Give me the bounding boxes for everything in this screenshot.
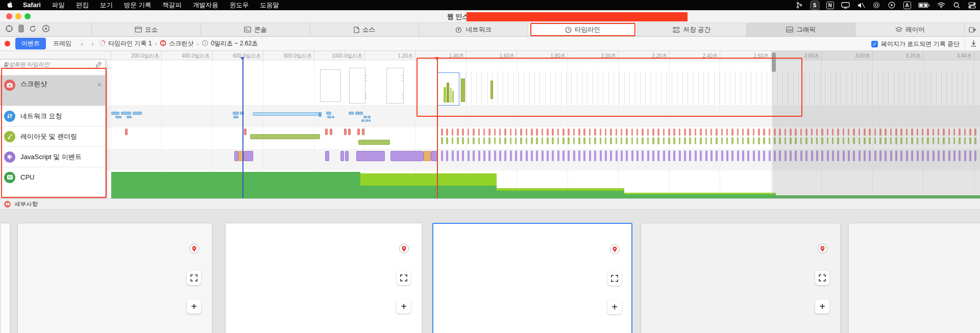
pin-icon[interactable] [399, 244, 409, 253]
wifi-icon[interactable] [937, 1, 945, 9]
script-event-bar[interactable] [390, 151, 424, 161]
record-button[interactable] [5, 41, 10, 46]
inspect-element-icon[interactable] [5, 24, 13, 35]
menu-item-1[interactable]: 파일 [52, 1, 65, 10]
menu-item-4[interactable]: 방문 기록 [124, 1, 151, 10]
tab-network[interactable]: 네트워크 [419, 23, 528, 36]
network-request-bar[interactable] [240, 112, 244, 115]
expand-icon[interactable] [607, 271, 622, 286]
network-request-bar[interactable] [233, 112, 239, 115]
menu-item-3[interactable]: 보기 [100, 1, 113, 10]
network-request-bar[interactable] [233, 116, 238, 118]
network-request-bar[interactable] [365, 119, 368, 122]
network-request-bar[interactable] [111, 112, 119, 115]
layout-event-pill[interactable] [348, 129, 351, 135]
breadcrumb-item-2[interactable]: 0밀리초 ~ 2.62초 [202, 39, 258, 48]
tab-console[interactable]: 콘솔 [201, 23, 310, 36]
script-event-bar[interactable] [345, 151, 349, 161]
filmstrip-panel-1[interactable]: + [17, 223, 212, 333]
network-request-bar-long[interactable] [253, 112, 322, 116]
network-request-bar[interactable] [361, 119, 364, 122]
back-button[interactable]: ‹ [77, 39, 87, 48]
tab-layers[interactable]: 레이어 [855, 23, 965, 36]
menu-item-7[interactable]: 윈도우 [230, 1, 249, 10]
tab-graphics[interactable]: 그래픽 [747, 23, 856, 36]
screenshot-thumbnail[interactable] [320, 69, 341, 102]
network-request-bar[interactable] [133, 112, 142, 115]
filmstrip-panel-3[interactable]: + [432, 223, 632, 333]
add-icon[interactable]: + [397, 299, 411, 314]
network-request-bar[interactable] [115, 116, 121, 118]
filmstrip-panel-4[interactable]: + [641, 223, 841, 333]
now-playing-icon[interactable] [888, 1, 896, 9]
details-bar[interactable]: 세부사항 [0, 198, 980, 210]
network-request-bar[interactable] [363, 116, 367, 118]
add-icon[interactable]: + [607, 300, 622, 314]
events-view-button[interactable]: 이벤트 [15, 38, 46, 49]
pin-icon[interactable] [610, 244, 620, 254]
tab-storage[interactable]: 저장 공간 [638, 23, 747, 36]
paint-bar[interactable] [358, 140, 390, 145]
download-icon[interactable] [42, 24, 50, 35]
menu-item-6[interactable]: 개발자용 [193, 1, 218, 10]
mute-icon[interactable] [857, 1, 865, 9]
breadcrumb-item-1[interactable]: 스크린샷 [160, 39, 193, 48]
screenshot-filmstrip[interactable]: +++++ [0, 210, 980, 333]
screenshot-thumbnail[interactable] [386, 68, 404, 104]
filmstrip-panel-5[interactable]: + [848, 223, 980, 333]
app-badge-s[interactable]: S [811, 1, 819, 9]
expand-icon[interactable] [187, 271, 201, 285]
filmstrip-panel-0[interactable] [0, 223, 10, 333]
network-request-bar[interactable] [359, 112, 363, 115]
control-center-icon[interactable] [968, 1, 976, 9]
display-icon[interactable] [841, 1, 850, 9]
tab-elements[interactable]: 요소 [92, 23, 201, 36]
network-request-bar[interactable] [127, 116, 132, 118]
network-request-bar[interactable] [326, 112, 331, 115]
add-icon[interactable]: + [815, 299, 829, 314]
menu-item-8[interactable]: 도움말 [260, 1, 279, 10]
battery-icon[interactable] [918, 1, 930, 9]
script-event-bar[interactable] [234, 151, 238, 161]
export-icon[interactable] [970, 40, 977, 48]
screen-mirroring-icon[interactable] [872, 1, 880, 9]
pin-icon[interactable] [189, 244, 199, 253]
network-request-bar[interactable] [368, 116, 371, 118]
layout-event-pill[interactable] [357, 129, 360, 135]
filmstrip-panel-2[interactable]: + [225, 223, 422, 333]
network-request-bar[interactable] [332, 116, 334, 118]
apple-logo-icon[interactable] [7, 2, 14, 9]
network-request-bar[interactable] [121, 112, 131, 115]
detach-icon[interactable] [965, 23, 980, 36]
workflow-icon[interactable] [795, 1, 803, 9]
script-event-bar[interactable] [424, 151, 431, 161]
screenshot-thumbnail[interactable] [349, 68, 365, 104]
tab-sources[interactable]: 소스 [310, 23, 420, 36]
network-request-bar[interactable] [369, 119, 371, 122]
stop-on-load-checkbox[interactable]: ✓ [871, 41, 878, 47]
forward-button[interactable]: › [87, 39, 98, 48]
expand-icon[interactable] [397, 271, 411, 285]
breadcrumb-item-0[interactable]: 타임라인 기록 1 [99, 39, 152, 48]
pin-icon[interactable] [818, 244, 827, 253]
reload-icon[interactable] [29, 25, 37, 35]
layout-event-pill[interactable] [125, 129, 128, 135]
layout-event-pill[interactable] [244, 129, 247, 135]
spotlight-icon[interactable] [952, 1, 961, 9]
expand-icon[interactable] [815, 271, 829, 285]
notion-badge-icon[interactable]: N [826, 1, 834, 9]
menu-item-0[interactable]: Safari [23, 2, 41, 9]
menu-item-2[interactable]: 편집 [76, 1, 89, 10]
network-request-bar[interactable] [349, 112, 354, 115]
layout-event-pill[interactable] [330, 129, 332, 135]
script-event-bar[interactable] [356, 151, 385, 161]
network-request-bar[interactable] [327, 116, 331, 118]
add-icon[interactable]: + [187, 299, 201, 314]
script-event-bar[interactable] [243, 151, 253, 161]
layout-event-pill[interactable] [325, 129, 328, 135]
menu-item-5[interactable]: 책갈피 [162, 1, 182, 10]
frames-view-button[interactable]: 프레임 [48, 38, 77, 49]
input-source-icon[interactable]: A [903, 1, 911, 9]
paint-bar[interactable] [250, 134, 320, 139]
device-icon[interactable] [18, 24, 24, 35]
